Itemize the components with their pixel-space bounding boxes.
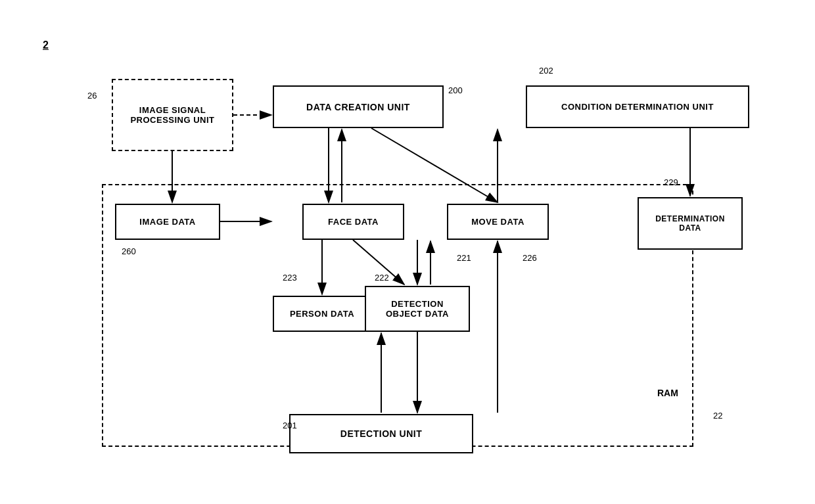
move-data-box: MOVE DATA xyxy=(447,204,549,240)
determination-data-box: DETERMINATION DATA xyxy=(638,197,743,250)
image-data-box: IMAGE DATA xyxy=(115,204,220,240)
condition-determination-box: CONDITION DETERMINATION UNIT xyxy=(526,85,749,128)
isp-ref: 26 xyxy=(87,91,97,101)
diagram-container: 2 RAM 22 IMAGE SIGNAL PROCESSING UNIT 26… xyxy=(0,0,815,504)
condition-arrow-ref: 226 xyxy=(523,253,537,263)
detection-unit-box: DETECTION UNIT xyxy=(289,414,473,453)
isp-box: IMAGE SIGNAL PROCESSING UNIT xyxy=(112,79,233,151)
person-data-ref: 223 xyxy=(283,273,297,283)
data-creation-box: DATA CREATION UNIT xyxy=(273,85,444,128)
face-data-box: FACE DATA xyxy=(302,204,404,240)
data-creation-ref: 200 xyxy=(448,85,463,95)
main-ref-label: 2 xyxy=(43,39,49,51)
image-data-ref: 260 xyxy=(122,246,136,256)
ram-label: RAM xyxy=(657,388,678,398)
condition-ref: 202 xyxy=(539,66,553,76)
ram-ref: 22 xyxy=(713,411,722,421)
person-data-box: PERSON DATA xyxy=(273,296,371,332)
detection-object-ref: 222 xyxy=(375,273,389,283)
move-data-ref: 221 xyxy=(457,253,471,263)
determination-data-ref: 229 xyxy=(664,177,678,187)
detection-unit-ref: 201 xyxy=(283,421,297,430)
detection-object-box: DETECTION OBJECT DATA xyxy=(365,286,470,332)
